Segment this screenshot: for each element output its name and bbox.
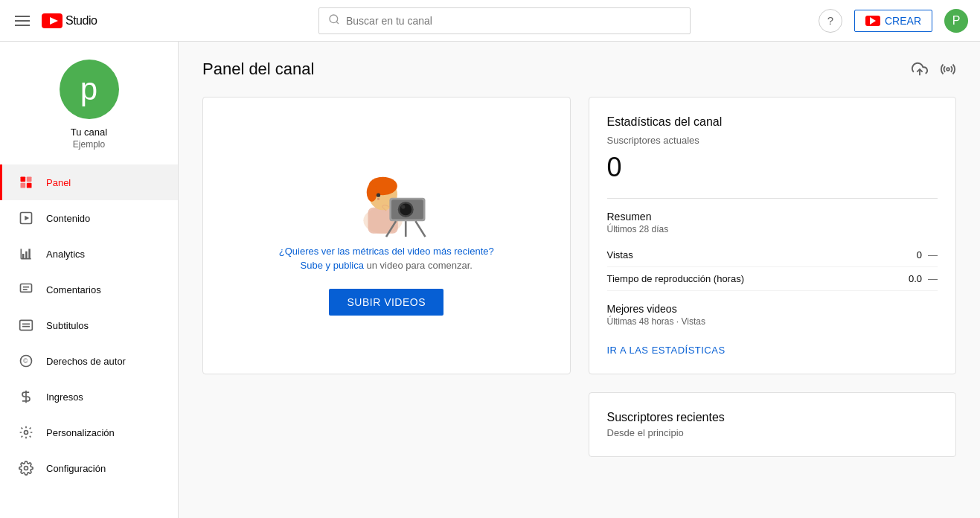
stats-divider [607, 198, 938, 199]
create-label: CREAR [885, 15, 921, 27]
channel-name: Tu canal [71, 127, 107, 138]
stat-row-tiempo: Tiempo de reproducción (horas) 0.0 — [607, 267, 938, 291]
channel-subtitle: Ejemplo [73, 139, 105, 150]
configuracion-icon [18, 460, 34, 476]
page-header: Panel del canal [202, 60, 956, 79]
subscribers-count: 0 [607, 152, 938, 183]
help-icon: ? [827, 14, 833, 27]
sidebar-item-personalizacion-label: Personalización [46, 427, 115, 438]
svg-point-34 [377, 193, 380, 196]
upload-text-line1: ¿Quieres ver las métricas del video más … [279, 246, 494, 257]
upload-action-icon[interactable] [912, 61, 928, 77]
search-input[interactable] [346, 15, 681, 27]
svg-rect-4 [21, 177, 26, 182]
sidebar-item-contenido-label: Contenido [46, 213, 90, 224]
sidebar-item-contenido[interactable]: Contenido [0, 200, 178, 236]
content-grid: ¿Quieres ver las métricas del video más … [202, 97, 956, 457]
stat-row-vistas: Vistas 0 — [607, 243, 938, 267]
svg-marker-9 [25, 216, 29, 221]
logo[interactable]: Studio [42, 13, 97, 28]
logo-text: Studio [65, 14, 97, 28]
sidebar-item-analytics[interactable]: Analytics [0, 236, 178, 272]
sidebar-item-derechos[interactable]: © Derechos de autor [0, 343, 178, 379]
subs-recent-title: Suscriptores recientes [607, 411, 938, 424]
go-stats-link[interactable]: IR A LAS ESTADÍSTICAS [607, 345, 726, 356]
sidebar-item-panel[interactable]: Panel [0, 164, 178, 200]
search-icon [328, 13, 340, 28]
upload-metrics-link[interactable]: ¿Quieres ver las métricas del video más … [279, 246, 494, 257]
analytics-icon [18, 246, 34, 262]
stat-dash-tiempo: — [928, 273, 938, 284]
svg-rect-15 [21, 284, 32, 292]
svg-rect-6 [21, 183, 26, 188]
contenido-icon [18, 210, 34, 226]
svg-rect-5 [27, 177, 32, 182]
panel-icon [18, 174, 34, 191]
sidebar-item-configuracion-label: Configuración [46, 463, 106, 474]
subs-recent-subtitle: Desde el principio [607, 427, 938, 438]
svg-point-39 [400, 203, 412, 215]
header-left: Studio [12, 13, 190, 29]
ingresos-icon [18, 388, 34, 405]
svg-rect-14 [28, 249, 31, 258]
sidebar-item-ingresos[interactable]: Ingresos [0, 379, 178, 415]
sidebar-item-personalizacion[interactable]: Personalización [0, 415, 178, 450]
upload-card: ¿Quieres ver las métricas del video más … [202, 97, 571, 374]
stat-label-vistas: Vistas [607, 249, 633, 260]
main-content: Panel del canal [179, 42, 980, 518]
hamburger-menu[interactable] [12, 13, 33, 29]
sidebar-item-ingresos-label: Ingresos [46, 391, 83, 403]
svg-rect-18 [20, 320, 33, 330]
youtube-logo-icon [42, 13, 63, 28]
sidebar: p Tu canal Ejemplo Panel [0, 42, 179, 518]
header: Studio ? CREAR P [0, 0, 980, 42]
search-box [318, 7, 691, 34]
personalizacion-icon [18, 424, 34, 441]
channel-avatar: p [60, 60, 119, 119]
header-right: ? CREAR P [819, 9, 968, 33]
svg-rect-12 [22, 254, 25, 259]
svg-point-24 [25, 431, 28, 435]
channel-avatar-letter: p [80, 71, 97, 107]
svg-point-33 [367, 183, 377, 202]
comentarios-icon [18, 281, 34, 298]
create-video-icon [865, 16, 880, 26]
best-videos-subtitle: Últimas 48 horas · Vistas [607, 316, 938, 327]
svg-point-35 [377, 198, 380, 200]
svg-point-27 [947, 68, 949, 71]
sidebar-item-comentarios-label: Comentarios [46, 284, 101, 295]
camera-illustration [334, 156, 438, 246]
sidebar-nav: Panel Contenido [0, 164, 178, 486]
stat-label-tiempo: Tiempo de reproducción (horas) [607, 273, 745, 284]
svg-rect-7 [27, 183, 32, 188]
derechos-icon: © [18, 353, 34, 369]
best-videos-title: Mejores videos [607, 303, 938, 315]
svg-rect-13 [25, 252, 28, 259]
svg-point-40 [401, 205, 405, 208]
create-button[interactable]: CREAR [854, 10, 932, 32]
user-avatar[interactable]: P [944, 9, 968, 33]
broadcast-icon[interactable] [940, 61, 956, 77]
upload-videos-button[interactable]: SUBIR VIDEOS [329, 289, 443, 316]
svg-line-3 [336, 22, 339, 24]
sidebar-item-subtitulos-label: Subtitulos [46, 320, 89, 331]
sidebar-item-comentarios[interactable]: Comentarios [0, 272, 178, 307]
svg-point-25 [25, 467, 28, 470]
sidebar-item-analytics-label: Analytics [46, 249, 85, 260]
stats-card: Estadísticas del canal Suscriptores actu… [589, 97, 957, 374]
stat-dash-vistas: — [928, 249, 938, 260]
sidebar-item-panel-label: Panel [46, 177, 71, 188]
sidebar-item-configuracion[interactable]: Configuración [0, 450, 178, 486]
stat-value-tiempo-num: 0.0 [909, 273, 922, 284]
upload-text-line2: Sube y publica un video para comenzar. [301, 260, 473, 271]
subtitulos-icon [18, 317, 34, 333]
subscribers-label: Suscriptores actuales [607, 135, 938, 146]
stat-value-tiempo: 0.0 — [909, 273, 938, 284]
layout: p Tu canal Ejemplo Panel [0, 42, 980, 518]
page-title: Panel del canal [202, 60, 314, 79]
avatar-letter: P [952, 14, 961, 28]
search-area [190, 7, 819, 34]
help-button[interactable]: ? [819, 9, 842, 33]
sidebar-item-subtitulos[interactable]: Subtitulos [0, 307, 178, 343]
upload-publish-link[interactable]: Sube y publica [301, 260, 364, 271]
